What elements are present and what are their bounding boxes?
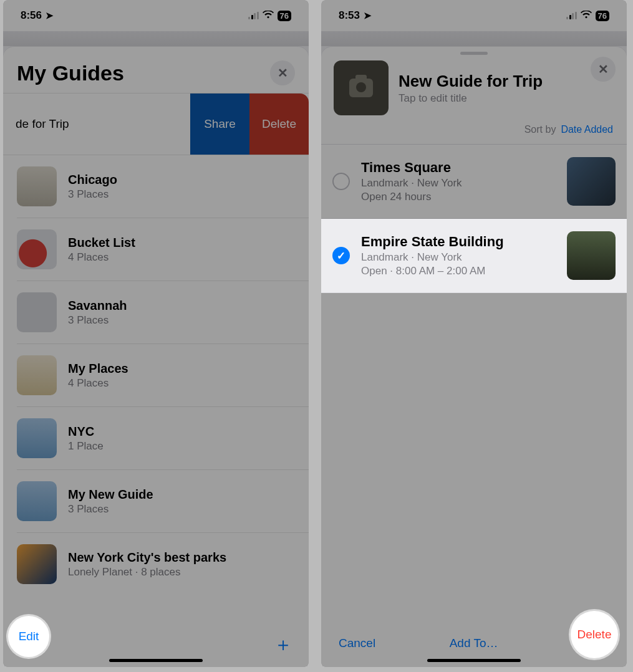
sort-control[interactable]: Sort by Date Added [321, 122, 627, 144]
guide-title: Chicago [68, 173, 117, 187]
add-guide-button[interactable]: ＋ [274, 632, 292, 658]
guide-subtitle: 3 Places [68, 188, 117, 201]
guide-title: My Places [68, 362, 128, 376]
guide-list: Chicago 3 Places Bucket List 4 Places Sa… [3, 155, 309, 595]
place-subtitle: Landmark · New York [361, 251, 556, 264]
add-to-button[interactable]: Add To… [450, 636, 498, 650]
guide-subtitle: 3 Places [68, 314, 127, 327]
guide-thumbnail [17, 481, 57, 521]
swipe-share-button[interactable]: Share [190, 94, 249, 155]
guide-title: My New Guide [68, 487, 153, 502]
battery-indicator: 76 [596, 11, 609, 21]
swipe-delete-button[interactable]: Delete [249, 94, 309, 155]
guide-row[interactable]: My New Guide 3 Places [17, 470, 309, 533]
guide-subtitle: Lonely Planet · 8 places [68, 566, 226, 578]
place-hours: Open · 8:00 AM – 2:00 AM [361, 265, 556, 277]
guide-subtitle: 4 Places [68, 377, 128, 390]
screen-guide-detail: 8:53 ➤ 76 New Guide for Trip Tap to edit… [321, 0, 627, 667]
sort-label: Sort by [524, 124, 556, 135]
home-indicator[interactable] [109, 659, 203, 662]
edit-button[interactable]: Edit [8, 616, 49, 657]
status-bar: 8:53 ➤ 76 [321, 0, 627, 31]
guide-title: New York City's best parks [68, 550, 226, 565]
page-title: My Guides [17, 61, 124, 85]
place-title: Empire State Building [361, 234, 556, 250]
place-row-selected[interactable]: Empire State Building Landmark · New Yor… [321, 219, 627, 293]
guide-thumbnail [17, 418, 57, 458]
guide-row[interactable]: New York City's best parks Lonely Planet… [17, 533, 309, 595]
select-radio[interactable] [332, 173, 350, 190]
place-row[interactable]: Times Square Landmark · New York Open 24… [321, 145, 627, 219]
guide-thumbnail [17, 292, 57, 332]
place-list: Times Square Landmark · New York Open 24… [321, 144, 627, 293]
screen-my-guides: 8:56 ➤ 76 My Guides ✕ de for Trip [3, 0, 309, 667]
guide-row-swiped-title: de for Trip [16, 117, 69, 131]
guide-thumbnail [17, 166, 57, 206]
camera-icon [349, 79, 373, 97]
place-thumbnail [567, 157, 616, 206]
location-arrow-icon: ➤ [364, 10, 372, 21]
sort-value: Date Added [561, 124, 613, 135]
guide-title: NYC [68, 425, 104, 439]
guide-row[interactable]: My Places 4 Places [17, 344, 309, 407]
sheet-backdrop [3, 31, 309, 46]
status-bar: 8:56 ➤ 76 [3, 0, 309, 31]
place-subtitle: Landmark · New York [361, 177, 556, 190]
guide-row[interactable]: Savannah 3 Places [17, 281, 309, 344]
select-radio-checked[interactable] [332, 247, 350, 264]
guide-title: Savannah [68, 299, 127, 313]
guide-subtitle: 4 Places [68, 251, 135, 264]
guide-row[interactable]: Bucket List 4 Places [17, 218, 309, 281]
guide-title: Bucket List [68, 236, 135, 250]
close-button[interactable]: ✕ [591, 57, 616, 82]
sheet-backdrop [321, 31, 627, 46]
guide-row[interactable]: NYC 1 Place [17, 407, 309, 470]
guide-subtitle: Tap to edit title [399, 92, 543, 105]
guide-cover-button[interactable] [334, 60, 389, 115]
status-time: 8:53 [339, 9, 360, 22]
my-guides-sheet: My Guides ✕ de for Trip Share Delete [3, 46, 309, 667]
guide-detail-sheet: New Guide for Trip Tap to edit title ✕ S… [321, 46, 627, 667]
cellular-signal-icon [566, 12, 577, 19]
delete-button[interactable]: Delete [571, 611, 618, 658]
battery-indicator: 76 [278, 11, 291, 21]
wifi-icon [581, 9, 592, 22]
place-hours: Open 24 hours [361, 191, 556, 203]
guide-thumbnail [17, 544, 57, 584]
cancel-button[interactable]: Cancel [339, 636, 375, 650]
guide-subtitle: 1 Place [68, 440, 104, 453]
close-icon: ✕ [598, 62, 609, 77]
place-title: Times Square [361, 160, 556, 176]
place-thumbnail [567, 231, 616, 280]
guide-thumbnail [17, 355, 57, 395]
home-indicator[interactable] [427, 659, 521, 662]
wifi-icon [263, 9, 274, 22]
guide-row[interactable]: Chicago 3 Places [17, 155, 309, 218]
cellular-signal-icon [248, 12, 259, 19]
status-time: 8:56 [21, 9, 42, 22]
guide-thumbnail [17, 229, 57, 269]
guide-subtitle: 3 Places [68, 503, 153, 516]
location-arrow-icon: ➤ [46, 10, 54, 21]
guide-row-swiped[interactable]: de for Trip Share Delete [3, 93, 309, 155]
guide-title[interactable]: New Guide for Trip [399, 72, 543, 91]
close-button[interactable]: ✕ [270, 60, 295, 85]
close-icon: ✕ [278, 65, 288, 80]
